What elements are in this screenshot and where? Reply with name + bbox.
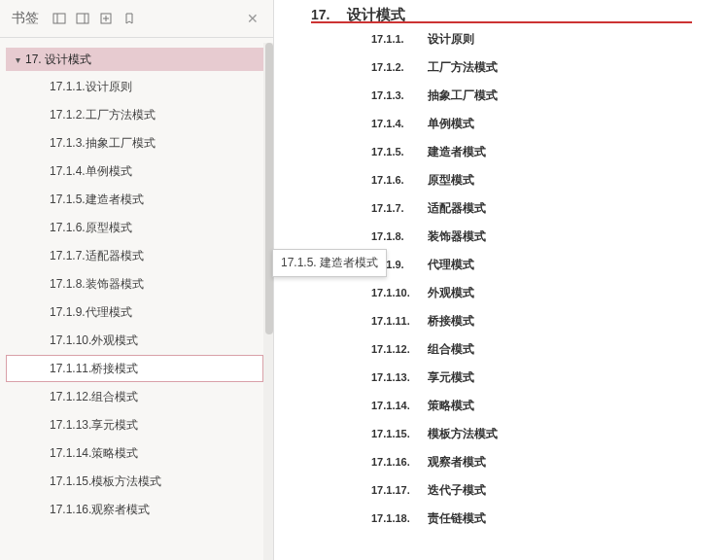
toc-item[interactable]: 17.1.5.建造者模式: [371, 144, 728, 172]
tree-item-num: 17.1.11.: [50, 362, 91, 375]
toc-item-title: 单例模式: [428, 116, 474, 132]
toc-item-num: 17.1.18.: [371, 512, 428, 524]
toc-item-num: 17.1.11.: [371, 315, 428, 327]
toc-item[interactable]: 17.1.15.模板方法模式: [371, 426, 728, 454]
tree-item-num: 17.1.5.: [50, 192, 86, 206]
toc-item-num: 17.1.10.: [371, 287, 428, 298]
tree-item[interactable]: 17.1.8. 装饰器模式: [6, 270, 263, 298]
tree-item-num: 17.1.1.: [50, 80, 86, 93]
bookmarks-sidebar: 书签 ✕ ▾ 17. 设计模式 17.1.1. 设计原则17.1.2. 工厂方法…: [0, 0, 274, 560]
tree-item[interactable]: 17.1.1. 设计原则: [6, 73, 263, 100]
toc-item-title: 工厂方法模式: [428, 59, 498, 76]
tree-item-title: 建造者模式: [86, 192, 144, 208]
toc-item[interactable]: 17.1.2.工厂方法模式: [371, 59, 728, 88]
toc-item-title: 外观模式: [428, 285, 474, 301]
toc-item[interactable]: 17.1.9.代理模式: [371, 257, 728, 285]
sidebar-header: 书签 ✕: [0, 0, 273, 37]
expand-all-icon[interactable]: [51, 10, 68, 27]
toc-item-title: 享元模式: [428, 369, 474, 386]
chapter-heading-title: 设计模式: [347, 6, 405, 24]
chapter-heading: 17. 设计模式: [311, 6, 692, 23]
tree-item[interactable]: 17.1.7. 适配器模式: [6, 242, 263, 269]
tree-item-title: 组合模式: [91, 389, 138, 405]
toc-item[interactable]: 17.1.13.享元模式: [371, 369, 728, 398]
tree-item-num: 17.1.16.: [50, 503, 91, 516]
toc-item[interactable]: 17.1.16.观察者模式: [371, 454, 728, 482]
close-icon[interactable]: ✕: [244, 10, 261, 27]
svg-rect-0: [53, 14, 65, 23]
toc-item-num: 17.1.15.: [371, 428, 428, 439]
toc-item-num: 17.1.13.: [371, 371, 428, 383]
tree-item-title: 工厂方法模式: [86, 107, 156, 123]
toc-item-num: 17.1.6.: [371, 174, 428, 186]
toc-item[interactable]: 17.1.7.适配器模式: [371, 200, 728, 228]
tree-item-title: 原型模式: [86, 220, 132, 236]
toc-item[interactable]: 17.1.18.责任链模式: [371, 510, 728, 539]
scrollbar-thumb[interactable]: [265, 43, 273, 334]
tree-item-num: 17.1.7.: [50, 249, 86, 262]
toc-item[interactable]: 17.1.12.组合模式: [371, 341, 728, 369]
toc-item-num: 17.1.2.: [371, 61, 428, 73]
tree-item-title: 享元模式: [91, 417, 138, 434]
toc-item[interactable]: 17.1.14.策略模式: [371, 398, 728, 426]
toc-item-title: 迭代子模式: [428, 482, 486, 499]
toc-item-title: 原型模式: [428, 172, 474, 189]
toc-item[interactable]: 17.1.1.设计原则: [371, 31, 728, 59]
toc-item-title: 组合模式: [428, 341, 474, 358]
tree-item-num: 17.1.14.: [50, 446, 91, 460]
add-bookmark-icon[interactable]: [97, 10, 115, 27]
tree-item-num: 17.1.12.: [50, 390, 91, 403]
toc-item[interactable]: 17.1.8.装饰器模式: [371, 228, 728, 257]
toc-item[interactable]: 17.1.11.桥接模式: [371, 313, 728, 341]
tree-item[interactable]: 17.1.3. 抽象工厂模式: [6, 129, 263, 157]
toc-item-title: 桥接模式: [428, 313, 474, 330]
tree-item[interactable]: 17.1.15. 模板方法模式: [6, 468, 263, 495]
toc-item[interactable]: 17.1.10.外观模式: [371, 285, 728, 313]
tree-item-title: 模板方法模式: [91, 473, 161, 490]
chapter-num: 17.: [25, 52, 42, 66]
toc-item-title: 代理模式: [428, 257, 474, 273]
tree-item-title: 单例模式: [86, 163, 132, 180]
toc-item[interactable]: 17.1.17.迭代子模式: [371, 482, 728, 510]
tree-item[interactable]: 17.1.14. 策略模式: [6, 439, 263, 467]
tree-item-title: 设计原则: [86, 79, 132, 95]
tree-item-num: 17.1.2.: [50, 108, 86, 122]
bookmark-tag-icon[interactable]: [121, 10, 138, 27]
toc-item-num: 17.1.3.: [371, 89, 428, 101]
scrollbar-track[interactable]: [263, 43, 273, 560]
svg-rect-2: [77, 14, 88, 23]
tree-item[interactable]: 17.1.13. 享元模式: [6, 411, 263, 438]
toc-item-num: 17.1.14.: [371, 400, 428, 411]
toc-item-num: 17.1.17.: [371, 484, 428, 496]
toc-item[interactable]: 17.1.3.抽象工厂模式: [371, 88, 728, 116]
tree-item[interactable]: 17.1.4. 单例模式: [6, 158, 263, 185]
chapter-title: 设计模式: [45, 52, 91, 68]
tree-item[interactable]: 17.1.6. 原型模式: [6, 214, 263, 241]
toc-item-title: 观察者模式: [428, 454, 486, 471]
toc-item-title: 模板方法模式: [428, 426, 498, 442]
bookmark-tree: ▾ 17. 设计模式 17.1.1. 设计原则17.1.2. 工厂方法模式17.…: [0, 44, 273, 560]
tree-item[interactable]: 17.1.16. 观察者模式: [6, 496, 263, 523]
collapse-all-icon[interactable]: [74, 10, 91, 27]
toc-item-title: 责任链模式: [428, 510, 486, 527]
tree-item-title: 策略模式: [91, 445, 138, 462]
tree-chapter[interactable]: ▾ 17. 设计模式: [6, 48, 269, 71]
toc-item-title: 策略模式: [428, 398, 474, 414]
toc-item-num: 17.1.4.: [371, 118, 428, 129]
tree-item[interactable]: 17.1.10. 外观模式: [6, 327, 263, 354]
toc-item-title: 设计原则: [428, 31, 474, 48]
tree-item[interactable]: 17.1.9. 代理模式: [6, 298, 263, 326]
tree-item-num: 17.1.10.: [50, 333, 91, 347]
toc-item-num: 17.1.8.: [371, 230, 428, 242]
tree-item-num: 17.1.9.: [50, 305, 86, 319]
tree-item-title: 抽象工厂模式: [86, 135, 156, 152]
tree-item-num: 17.1.4.: [50, 164, 86, 178]
tree-item[interactable]: 17.1.12. 组合模式: [6, 383, 263, 410]
tree-item[interactable]: 17.1.2. 工厂方法模式: [6, 101, 263, 128]
toc-item[interactable]: 17.1.4.单例模式: [371, 116, 728, 144]
tree-item[interactable]: 17.1.5. 建造者模式: [6, 186, 263, 213]
toc-item[interactable]: 17.1.6.原型模式: [371, 172, 728, 200]
tree-item[interactable]: 17.1.11. 桥接模式: [6, 355, 263, 382]
toc-item-title: 适配器模式: [428, 200, 486, 217]
sidebar-toolbar: [51, 10, 138, 27]
